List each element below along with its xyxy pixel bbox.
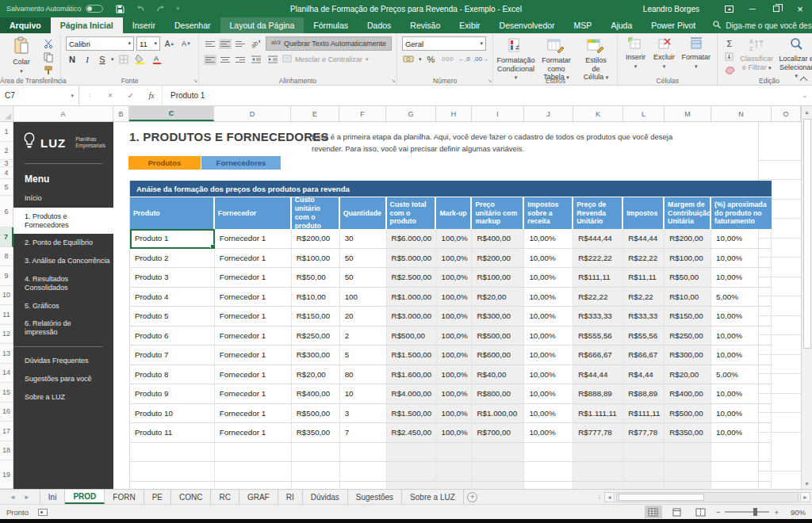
row-header[interactable]: 3: [0, 160, 13, 167]
copy-icon[interactable]: [41, 51, 56, 63]
cell-quantidade[interactable]: 5: [340, 345, 387, 365]
row-header[interactable]: 17: [0, 422, 13, 441]
cell-preco-revenda[interactable]: R$222,22: [573, 249, 623, 269]
cell-preco-unitario-markup[interactable]: R$200,00: [472, 249, 524, 269]
cell-quantidade[interactable]: 30: [340, 229, 387, 249]
increase-font-icon[interactable]: A▲: [163, 38, 177, 50]
formula-input[interactable]: Produto 1: [162, 86, 798, 105]
ribbon-tab[interactable]: Desenvolvedor: [490, 17, 565, 33]
cell-preco-unitario-markup[interactable]: R$20,00: [472, 288, 524, 307]
cell-markup[interactable]: 100,0%: [437, 365, 473, 385]
sheet-tab[interactable]: RC: [211, 490, 239, 504]
name-box[interactable]: C7 ▾: [0, 86, 79, 105]
column-header[interactable]: C: [129, 106, 214, 121]
column-header[interactable]: O: [772, 106, 801, 121]
sheet-tab[interactable]: RI: [278, 490, 303, 504]
cell-custo-unitario[interactable]: R$250,00: [292, 326, 340, 346]
sidebar-item[interactable]: 1. Produtos e Fornecedores: [13, 208, 113, 235]
cell-markup[interactable]: 100,0%: [437, 423, 473, 443]
cell-custo-total[interactable]: R$1.500,00: [387, 404, 437, 424]
ribbon-collapse-icon[interactable]: [800, 75, 807, 82]
table-header-cell[interactable]: Produto: [130, 197, 215, 229]
cell-impostos[interactable]: R$77,78: [623, 423, 665, 443]
scroll-down-icon[interactable]: ▼: [802, 478, 812, 489]
cell-custo-total[interactable]: R$3.000,00: [387, 307, 437, 326]
cell-pct-faturamento[interactable]: 10,00%: [711, 423, 772, 443]
cell-produto[interactable]: Produto 7: [130, 345, 215, 365]
cancel-icon[interactable]: ×: [100, 86, 121, 105]
column-header[interactable]: E: [291, 106, 339, 121]
table-header-cell[interactable]: Impostos sobre a receita: [524, 197, 573, 229]
cell-markup[interactable]: 100,0%: [437, 307, 473, 326]
orientation-icon[interactable]: ab: [249, 38, 263, 50]
cell-markup[interactable]: 100,0%: [437, 345, 473, 365]
select-all-corner[interactable]: [0, 106, 13, 121]
column-header[interactable]: A: [13, 106, 113, 121]
cell-impostos-receita[interactable]: 10,00%: [524, 326, 573, 346]
ribbon-tab[interactable]: Ajuda: [601, 17, 642, 33]
sidebar-item[interactable]: Sugestões para você: [13, 370, 113, 388]
cell-preco-unitario-markup[interactable]: R$300,00: [472, 307, 524, 326]
column-header[interactable]: G: [386, 106, 436, 121]
clipboard-dialog-launcher-icon[interactable]: ↘: [55, 78, 59, 84]
sidebar-item[interactable]: 3. Análise da Concorrência: [13, 252, 113, 270]
increase-indent-icon[interactable]: [266, 54, 280, 66]
sheet-tab[interactable]: Dúvidas: [303, 490, 348, 504]
conditional-formatting-button[interactable]: ≠ FormataçãoCondicional ▾: [496, 36, 534, 82]
decrease-indent-icon[interactable]: [249, 54, 263, 66]
horizontal-scrollbar[interactable]: ⁞ ◄ ►: [596, 490, 812, 504]
close-icon[interactable]: ×: [788, 0, 812, 17]
sidebar-item[interactable]: Dúvidas Frequentes: [13, 352, 113, 370]
cell-styles-button[interactable]: Estilos deCélula ▾: [577, 36, 614, 82]
cell-preco-unitario-markup[interactable]: R$700,00: [472, 423, 524, 443]
cell-preco-revenda[interactable]: R$555,56: [573, 326, 623, 346]
column-header[interactable]: K: [573, 106, 623, 121]
row-header[interactable]: 1: [0, 122, 13, 142]
cell-margem-contribuicao[interactable]: R$250,00: [665, 326, 711, 346]
column-header[interactable]: H: [436, 106, 472, 121]
column-header[interactable]: B: [113, 106, 129, 121]
cell-custo-total[interactable]: R$2.500,00: [387, 268, 437, 288]
cell-custo-total[interactable]: R$500,00: [387, 326, 437, 346]
cell-margem-contribuicao[interactable]: R$400,00: [665, 384, 711, 404]
number-format-select[interactable]: Geral▾: [402, 36, 486, 51]
ribbon-tab[interactable]: Revisão: [400, 17, 450, 33]
minimize-icon[interactable]: ─: [741, 0, 764, 17]
cell-fornecedor[interactable]: Fornecedor 1: [215, 229, 292, 249]
cell-margem-contribuicao[interactable]: R$150,00: [665, 307, 711, 326]
autosave-control[interactable]: Salvamento Automático: [6, 5, 103, 13]
cell-custo-unitario[interactable]: R$300,00: [292, 345, 340, 365]
page-break-view-icon[interactable]: [692, 506, 710, 518]
align-bottom-icon[interactable]: [234, 39, 247, 49]
row-header[interactable]: 9: [0, 266, 13, 286]
formula-bar-expand-icon[interactable]: ⌄: [798, 86, 812, 105]
account-name[interactable]: Leandro Borges: [643, 5, 699, 13]
cell-impostos-receita[interactable]: 10,00%: [524, 307, 573, 326]
sort-filter-button[interactable]: AZ Classificare Filtrar ▾: [738, 36, 776, 73]
sidebar-item[interactable]: 4. Resultados Consolidados: [13, 270, 113, 297]
cell-produto[interactable]: Produto 9: [130, 384, 215, 404]
cell-preco-revenda[interactable]: R$22,22: [573, 288, 623, 307]
decrease-font-icon[interactable]: A▼: [179, 38, 193, 50]
redo-icon[interactable]: [156, 5, 166, 13]
cell-fornecedor[interactable]: Fornecedor 1: [215, 423, 292, 443]
cell-preco-unitario-markup[interactable]: R$500,00: [472, 326, 524, 346]
normal-view-icon[interactable]: [645, 506, 662, 518]
ribbon-tab[interactable]: Power Pivot: [642, 17, 705, 33]
cell-markup[interactable]: 100,0%: [437, 384, 473, 404]
cell-pct-faturamento[interactable]: 10,00%: [711, 307, 772, 326]
ribbon-display-options-icon[interactable]: [717, 0, 741, 17]
zoom-level[interactable]: 90%: [785, 508, 806, 517]
table-header-cell[interactable]: Preço de Revenda Unitário: [573, 197, 623, 229]
cell-impostos-receita[interactable]: 10,00%: [524, 249, 573, 269]
cell-preco-revenda[interactable]: R$44,44: [573, 365, 623, 385]
cell-preco-unitario-markup[interactable]: R$100,00: [472, 268, 524, 288]
cell-impostos-receita[interactable]: 10,00%: [524, 384, 573, 404]
sheet-tab[interactable]: GRAF: [239, 490, 278, 504]
cell-quantidade[interactable]: 7: [340, 423, 387, 443]
sheet-tab[interactable]: PROD: [65, 490, 105, 504]
vertical-scrollbar[interactable]: ▲ ▼: [801, 106, 812, 489]
cell-preco-unitario-markup[interactable]: R$1.000,00: [472, 404, 524, 424]
merge-center-button[interactable]: Mesclar e Centralizar ▾: [282, 53, 369, 66]
cell-produto[interactable]: Produto 11: [130, 423, 215, 443]
